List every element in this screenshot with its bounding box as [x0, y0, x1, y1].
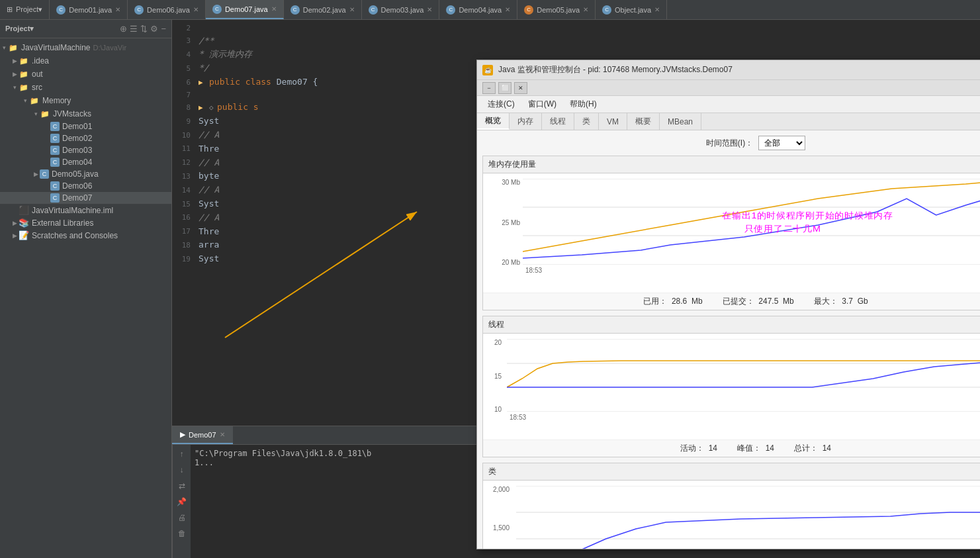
jvm-menu-window[interactable]: 窗口(W) [523, 97, 562, 111]
sidebar-icon-settings[interactable]: ⊕ [120, 24, 127, 34]
heap-chart-title: 堆内存使用量 [483, 156, 980, 173]
heap-chart-svg: 在输出1的时候程序刚开始的时候堆内存 只使用了二十几M [523, 179, 980, 265]
sidebar-icon-list[interactable]: ☰ [130, 24, 138, 34]
svg-text:只使用了二十几M: 只使用了二十几M [744, 224, 821, 234]
demo07-icon: C [212, 5, 222, 14]
tab-demo03[interactable]: C Demo03.java ✕ [362, 0, 440, 19]
demo06-close[interactable]: ✕ [193, 6, 199, 13]
linenum-12: 12 [172, 157, 199, 169]
demo04-tree-label: Demo04 [62, 158, 92, 167]
demo07-close[interactable]: ✕ [271, 5, 277, 13]
demo01-close[interactable]: ✕ [115, 6, 120, 13]
jvm-tab-thread[interactable]: 线程 [542, 113, 574, 130]
tree-demo02[interactable]: C Demo02 [0, 132, 171, 144]
tab-demo02[interactable]: C Demo02.java ✕ [284, 0, 362, 19]
tree-area: ▾ 📁 JavaVirtualMachine D:\JavaVir ▶ 📁 .i… [0, 38, 171, 558]
heap-chart-footer: 已用： 28.6 Mb 已提交： 247.5 Mb 最大： 3.7 Gb [483, 293, 980, 310]
linenum-11: 11 [172, 143, 199, 155]
idea-arrow: ▶ [11, 57, 19, 65]
jvm-tab-summary[interactable]: 概要 [627, 113, 660, 130]
jvm-menu-connect[interactable]: 连接(C) [482, 97, 520, 111]
btn-trash[interactable]: 🗑 [175, 527, 189, 540]
tree-demo01[interactable]: C Demo01 [0, 120, 171, 132]
jvm-tabs: 概览 内存 线程 类 VM 概要 MBean ● [477, 113, 980, 130]
tree-demo05java[interactable]: ▶ C Demo05.java [0, 168, 171, 180]
heap-footer-committed: 已提交： 247.5 Mb [723, 296, 794, 307]
jvm-tab-class[interactable]: 类 [574, 113, 599, 130]
tree-out[interactable]: ▶ 📁 out [0, 68, 171, 81]
tree-demo06[interactable]: C Demo06 [0, 180, 171, 192]
tab-demo06[interactable]: C Demo06.java ✕ [128, 0, 206, 19]
thread-y-20: 20 [486, 339, 502, 346]
jvm-sec-btn2[interactable]: ⬜ [498, 82, 512, 94]
thread-footer-active: 活动： 14 [680, 443, 717, 454]
thread-chart-svg [507, 339, 980, 412]
project-label: Project▾ [16, 5, 42, 14]
tree-memory[interactable]: ▾ 📁 Memory [0, 94, 171, 107]
tree-idea[interactable]: ▶ 📁 .idea [0, 54, 171, 68]
demo06-icon: C [134, 5, 144, 15]
jvmstacks-arrow: ▾ [32, 110, 40, 118]
run-close[interactable]: ✕ [220, 431, 225, 438]
tab-demo05[interactable]: C Demo05.java ✕ [517, 0, 596, 19]
btn-pin[interactable]: 📌 [175, 495, 189, 508]
jvm-title-text: Java 监视和管理控制台 - pid: 107468 Memory.JVMst… [498, 64, 980, 75]
demo02-close[interactable]: ✕ [349, 6, 355, 13]
tab-demo04[interactable]: C Demo04.java ✕ [439, 0, 517, 19]
tree-scratches[interactable]: ▶ 📝 Scratches and Consoles [0, 229, 171, 242]
tree-demo07[interactable]: C Demo07 [0, 192, 171, 204]
tree-src[interactable]: ▾ 📁 src [0, 81, 171, 94]
demo05-icon: C [524, 5, 533, 15]
tab-project[interactable]: ⊞ Project▾ [0, 0, 50, 19]
tab-demo01[interactable]: C Demo01.java ✕ [50, 0, 128, 19]
btn-down[interactable]: ↓ [175, 463, 189, 477]
jvmstacks-label: JVMstacks [53, 109, 91, 118]
tree-root[interactable]: ▾ 📁 JavaVirtualMachine D:\JavaVir [0, 41, 171, 54]
time-range-select[interactable]: 全部 1 分钟 5 分钟 10 分钟 [758, 136, 805, 150]
project-icon: ⊞ [7, 5, 13, 14]
class-chart-panel: 类 2,000 1,500 1,000 [482, 463, 980, 549]
sidebar-icon-minus[interactable]: − [161, 24, 166, 34]
demo02-label: Demo02.java [303, 6, 346, 14]
jvm-tab-memory[interactable]: 内存 [510, 113, 542, 130]
jvm-tab-overview[interactable]: 概览 [477, 113, 510, 130]
jvm-sec-btn1[interactable]: − [482, 82, 496, 94]
heap-footer-max: 最大： 3.7 Gb [814, 296, 868, 307]
linenum-2: 2 [172, 23, 199, 34]
root-arrow: ▾ [0, 44, 8, 52]
heap-y-20: 20 Mb [486, 259, 520, 266]
object-close[interactable]: ✕ [654, 6, 660, 13]
tab-demo07[interactable]: C Demo07.java ✕ [206, 0, 284, 19]
tree-external[interactable]: ▶ 📚 External Libraries [0, 216, 171, 229]
jvm-tab-vm[interactable]: VM [599, 113, 627, 130]
marker-8: ◇ [209, 102, 217, 114]
src-icon: 📁 [19, 82, 29, 93]
object-icon: C [602, 5, 611, 15]
btn-wrap[interactable]: ⇄ [175, 479, 189, 492]
bottom-tab-run[interactable]: ▶ Demo07 ✕ [172, 426, 233, 444]
btn-print[interactable]: 🖨 [175, 511, 189, 524]
demo03-close[interactable]: ✕ [427, 6, 432, 13]
jvm-menu-help[interactable]: 帮助(H) [564, 97, 602, 111]
jvm-main: 时间范围(I)： 全部 1 分钟 5 分钟 10 分钟 堆内存使用量 [477, 130, 980, 549]
time-range-bar: 时间范围(I)： 全部 1 分钟 5 分钟 10 分钟 [482, 136, 980, 150]
out-label: out [32, 70, 43, 79]
heap-y-labels: 30 Mb 25 Mb 20 Mb [486, 179, 520, 266]
sidebar-icon-gear[interactable]: ⚙ [150, 24, 158, 34]
btn-up[interactable]: ↑ [175, 447, 189, 461]
demo05-close[interactable]: ✕ [583, 6, 588, 13]
thread-y-15: 15 [486, 373, 502, 380]
class-chart-body: 2,000 1,500 1,000 [483, 481, 980, 549]
jvm-sec-btn3[interactable]: ✕ [514, 82, 527, 94]
demo04-close[interactable]: ✕ [505, 6, 510, 13]
tab-object[interactable]: C Object.java ✕ [596, 0, 667, 19]
sidebar-icon-align[interactable]: ⇅ [140, 24, 148, 34]
sidebar-icons: ⊕ ☰ ⇅ ⚙ − [120, 24, 166, 34]
tree-demo03[interactable]: C Demo03 [0, 144, 171, 156]
demo06-tree-label: Demo06 [62, 181, 92, 191]
tree-jvmstacks[interactable]: ▾ 📁 JVMstacks [0, 107, 171, 120]
root-path: D:\JavaVir [93, 44, 127, 52]
tree-iml[interactable]: ⬛ JavaVirtualMachine.iml [0, 204, 171, 216]
tree-demo04[interactable]: C Demo04 [0, 156, 171, 168]
jvm-tab-mbean[interactable]: MBean [660, 113, 701, 130]
